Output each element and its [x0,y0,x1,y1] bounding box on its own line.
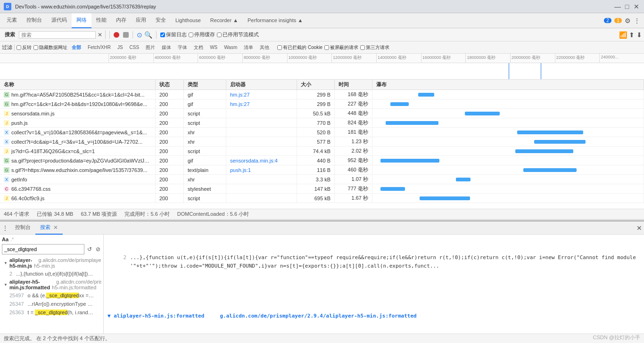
result-line[interactable]: 2...},{function u(t,e){if(s[t]){if(la[t]… [2,270,101,278]
close-button[interactable]: ✕ [633,3,640,10]
search-icon[interactable]: 🔍 [144,31,152,39]
bottom-left-icon[interactable]: ⋮ [2,224,8,232]
bottom-tab-search[interactable]: 搜索 ✕ [35,221,63,235]
table-row[interactable]: X collect?v=1&_v=j100&a=128058366&t=page… [0,128,644,137]
th-initiator[interactable]: 启动器 [226,80,297,90]
search-input[interactable] [2,244,84,254]
tab-lighthouse[interactable]: Lighthouse [171,13,206,28]
clear-search-button[interactable]: ✕ [97,31,103,39]
window-controls[interactable]: — □ ✕ [614,3,640,10]
th-time[interactable]: 时间 [335,80,372,90]
tab-recorder[interactable]: Recorder ▲ [206,13,243,28]
table-row[interactable]: J sensorsdata.min.js 200 script 50.5 kB … [0,109,644,118]
table-row[interactable]: G sa.gif?project=production&data=eyJpZGV… [0,156,644,165]
file-name: sa.gif?project=production&data=eyJpZGVud… [11,158,151,163]
minimize-button[interactable]: — [614,3,621,10]
bottom-close-icon[interactable]: ✕ [636,224,642,232]
tab-perf-insights[interactable]: Performance insights ▲ [243,13,307,28]
tab-security[interactable]: 安全 [151,13,171,28]
network-table: 名称 状态 类型 启动器 大小 时间 瀑布 G hm.gif?hca=A55AF… [0,80,644,209]
disable-cache-label[interactable]: 停用缓存 [189,31,215,38]
table-row[interactable]: G s.gif?l=https://www.eduzhixin.com/page… [0,165,644,175]
hide-data-checkbox[interactable] [33,45,38,50]
third-party-checkbox[interactable] [360,45,365,50]
filter-font[interactable]: 字体 [175,44,190,51]
filter-fetch-xhr[interactable]: Fetch/XHR [85,44,113,50]
wifi-icon[interactable]: 📶 [619,31,627,39]
table-row[interactable]: G hm.gif?hca=A55AF21050B25415&cc=1&ck=1&… [0,90,644,99]
blocked-cookies-label[interactable]: 有已拦截的 Cookie [277,44,322,51]
disable-cache-checkbox[interactable] [189,33,193,37]
upload-icon[interactable]: ⬆ [629,31,635,39]
hide-data-label[interactable]: 隐藏数据网址 [33,44,67,51]
filter-img[interactable]: 图片 [143,44,157,51]
clear-button[interactable] [123,32,129,38]
td-initiator[interactable]: hm.js:27 [226,90,297,99]
search-tab-close[interactable]: ✕ [53,224,58,231]
result-line[interactable]: 25497o && (e._sce_dlgtqredxx = o), [2,291,101,300]
result-group[interactable]: ▼ aliplayer-h5-min.js:formatted g.alicdn… [2,278,101,317]
download-icon[interactable]: ⬇ [636,31,642,39]
preserve-log-checkbox[interactable] [160,33,165,37]
disable-stream-label[interactable]: 已停用节流模式 [217,31,259,38]
blocked-requests-label[interactable]: 被屏蔽的请求 [324,44,358,51]
td-time: 824 毫秒 [335,118,372,127]
third-party-label[interactable]: 第三方请求 [360,44,389,51]
tab-memory[interactable]: 内存 [111,13,131,28]
td-initiator[interactable]: hm.js:27 [226,99,297,108]
th-type[interactable]: 类型 [184,80,226,90]
td-initiator[interactable]: push.js:1 [226,165,297,174]
th-waterfall[interactable]: 瀑布 [372,80,644,90]
filter-doc[interactable]: 文档 [191,44,206,51]
result-file[interactable]: ▼ aliplayer-h5-min.js:formatted g.alicdn… [2,278,101,291]
invert-checkbox[interactable] [17,45,21,50]
table-row[interactable]: J js?id=G-418TJ6Q26G&cx=c&_slc=1 200 scr… [0,147,644,156]
filter-media[interactable]: 媒体 [159,44,173,51]
more-icon[interactable]: ⋮ [634,17,640,24]
refresh-search-button[interactable]: ↺ [86,245,93,253]
table-row[interactable]: X getInfo 200 xhr 3.3 kB 1.07 秒 [0,175,644,184]
table-row[interactable]: J 66.4c0cf9c9.js 200 script 695 kB 1.67 … [0,194,644,203]
result-file[interactable]: ▼ aliplayer-h5-min.js g.alicdn.com/de/pr… [2,256,101,270]
result-line[interactable]: 26347...rIArr[o]).encryptionType === y.E… [2,300,101,308]
blocked-requests-checkbox[interactable] [324,45,329,50]
th-size[interactable]: 大小 [297,80,335,90]
filter-all[interactable]: 全部 [69,44,83,51]
devtools-container: 元素 控制台 源代码 网络 性能 内存 应用 安全 Lighthouse Rec… [0,13,644,343]
bottom-tab-console[interactable]: 控制台 [10,221,35,235]
td-initiator[interactable]: sensorsdata.min.js:4 [226,156,297,165]
tab-elements[interactable]: 元素 [2,13,22,28]
tab-sources[interactable]: 源代码 [47,13,72,28]
tab-console[interactable]: 控制台 [22,13,47,28]
disable-stream-checkbox[interactable] [217,33,222,37]
maximize-button[interactable]: □ [623,3,631,10]
tab-performance[interactable]: 性能 [91,13,111,28]
invert-label[interactable]: 反转 [17,44,32,51]
th-name[interactable]: 名称 [0,80,156,90]
blocked-cookies-checkbox[interactable] [277,45,282,50]
td-initiator [226,147,297,155]
filter-ws[interactable]: WS [207,44,220,50]
filter-wasm[interactable]: Wasm [222,44,239,50]
filter-js[interactable]: JS [115,44,125,50]
filter-other[interactable]: 其他 [257,44,272,51]
filter-manifest[interactable]: 清单 [241,44,256,51]
tab-application[interactable]: 应用 [131,13,151,28]
result-group[interactable]: ▼ aliplayer-h5-min.js g.alicdn.com/de/pr… [2,256,101,278]
filter-css[interactable]: CSS [127,44,142,50]
preserve-log-text: 保留日志 [166,31,187,38]
main-search-input[interactable] [19,31,96,39]
preserve-log-label[interactable]: 保留日志 [160,31,187,38]
table-row[interactable]: C 66.c3947768.css 200 stylesheet 147 kB … [0,184,644,194]
table-row[interactable]: J push.js 200 script 770 B 824 毫秒 [0,118,644,128]
table-row[interactable]: X collect?t=dc&aip=1&_r=3&v=1&_v=j100&ti… [0,137,644,147]
clear-search-button-2[interactable]: ⊘ [95,245,101,253]
filter-icon[interactable]: ⊙ [137,31,142,39]
result-line[interactable]: 26363t = _sce_dlgtqred(h, i.rand, i.plai… [2,308,101,317]
th-status[interactable]: 状态 [156,80,184,90]
record-button[interactable] [114,32,119,38]
ruler-mark-6: 12000000 毫秒 [331,54,376,63]
table-row[interactable]: G hm.gif?cc=1&ck=1&cl=24-bit&ds=1920x108… [0,99,644,109]
tab-network[interactable]: 网络 [72,13,91,28]
settings-icon[interactable]: ⚙ [625,17,631,24]
